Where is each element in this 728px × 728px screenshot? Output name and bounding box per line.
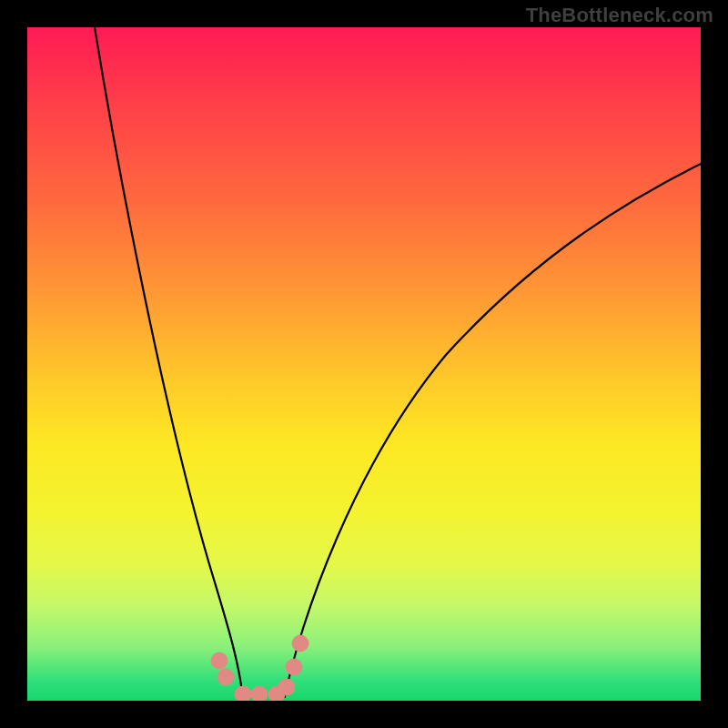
marker-dot — [235, 686, 251, 701]
marker-dot — [278, 679, 295, 695]
plot-area — [27, 27, 701, 701]
marker-dots — [211, 635, 308, 701]
right-curve — [284, 164, 701, 701]
curve-layer — [27, 27, 701, 701]
watermark-text: TheBottleneck.com — [526, 4, 713, 27]
marker-dot — [286, 659, 302, 675]
marker-dot — [217, 669, 234, 685]
marker-dot — [211, 652, 228, 669]
chart-stage: TheBottleneck.com — [0, 0, 728, 728]
left-curve — [95, 27, 243, 701]
marker-dot — [251, 686, 268, 701]
marker-dot — [292, 635, 308, 652]
